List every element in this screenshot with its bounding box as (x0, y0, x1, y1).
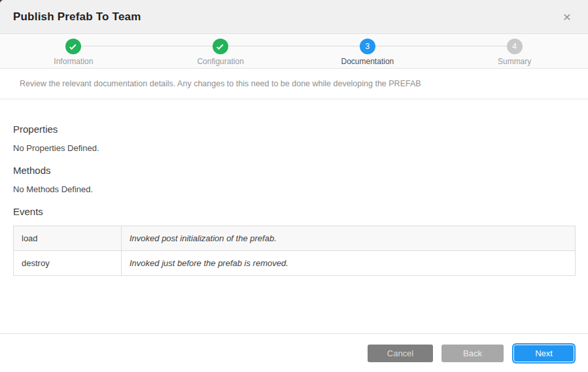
step-done-circle (65, 39, 81, 54)
events-table: load Invoked post initialization of the … (13, 226, 576, 276)
step-summary[interactable]: 4 Summary (441, 34, 588, 68)
event-name-cell: destroy (14, 251, 122, 276)
table-row: destroy Invoked just before the prefab i… (14, 251, 576, 276)
event-name-cell: load (14, 226, 122, 251)
step-number-circle: 4 (507, 39, 523, 54)
step-label: Summary (498, 57, 531, 66)
publish-prefab-dialog: Publish Prefab To Team × Information Con… (0, 0, 588, 372)
wizard-stepper: Information Configuration 3 Documentatio… (0, 34, 588, 69)
step-documentation[interactable]: 3 Documentation (294, 34, 441, 68)
back-button[interactable]: Back (441, 345, 504, 362)
close-icon[interactable]: × (559, 10, 575, 24)
step-label: Configuration (197, 57, 243, 66)
step-label: Documentation (341, 57, 394, 66)
step-done-circle (213, 39, 228, 54)
methods-empty-text: No Methods Defined. (13, 184, 576, 194)
dialog-header: Publish Prefab To Team × (0, 0, 588, 34)
properties-empty-text: No Properties Defined. (13, 143, 576, 153)
step-configuration[interactable]: Configuration (147, 34, 294, 68)
events-heading: Events (13, 206, 576, 217)
documentation-content: Properties No Properties Defined. Method… (0, 99, 588, 276)
step-number-circle: 3 (360, 39, 375, 54)
methods-heading: Methods (13, 165, 576, 176)
next-button[interactable]: Next (513, 345, 574, 362)
event-description-cell: Invoked just before the prefab is remove… (122, 251, 576, 276)
step-information[interactable]: Information (0, 34, 147, 68)
dialog-footer: Cancel Back Next (0, 333, 588, 372)
step-description-bar: Review the relevant documentation detail… (0, 69, 588, 99)
dialog-title: Publish Prefab To Team (13, 10, 141, 24)
properties-heading: Properties (13, 124, 576, 135)
table-row: load Invoked post initialization of the … (14, 226, 576, 251)
step-description: Review the relevant documentation detail… (20, 79, 421, 88)
event-description-cell: Invoked post initialization of the prefa… (122, 226, 576, 251)
check-icon (216, 42, 224, 50)
cancel-button[interactable]: Cancel (368, 345, 433, 362)
step-label: Information (54, 57, 93, 66)
check-icon (69, 42, 77, 50)
